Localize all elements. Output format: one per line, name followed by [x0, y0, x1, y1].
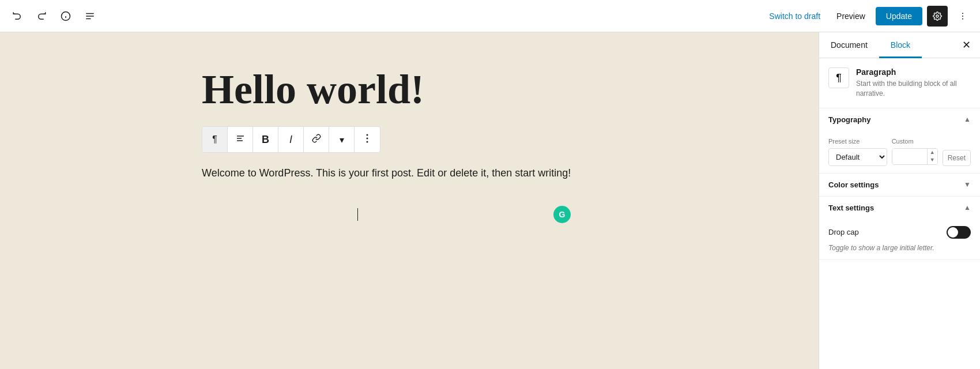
close-sidebar-button[interactable]: ✕ [957, 36, 975, 54]
text-settings-title: Text settings [828, 204, 874, 212]
sidebar-tabs: Document Block ✕ [819, 32, 980, 58]
color-settings-chevron-icon: ▼ [964, 180, 971, 189]
typography-section-header[interactable]: Typography ▲ [819, 108, 980, 131]
preset-col: Preset size Default Small Medium Large E… [828, 138, 887, 166]
main-area: Hello world! ¶ B I [0, 32, 980, 369]
link-icon [312, 134, 321, 145]
undo-button[interactable] [7, 6, 28, 27]
custom-size-input[interactable] [892, 149, 927, 164]
post-body[interactable]: Welcome to WordPress. This is your first… [202, 164, 617, 182]
format-toolbar: ¶ B I ▾ [202, 126, 380, 153]
redo-button[interactable] [31, 6, 52, 27]
preset-size-label: Preset size [828, 138, 887, 145]
color-settings-title: Color settings [828, 180, 879, 189]
reset-typography-button[interactable]: Reset [943, 150, 971, 166]
typography-section-body: Preset size Default Small Medium Large E… [819, 131, 980, 173]
custom-size-control: ▲ ▼ [892, 148, 938, 165]
svg-point-8 [962, 16, 963, 17]
block-info-text: Paragraph Start with the building block … [856, 67, 971, 99]
cursor-area[interactable]: G [202, 191, 617, 238]
drop-cap-hint: Toggle to show a large initial letter. [828, 243, 971, 253]
paragraph-icon: ¶ [212, 134, 217, 145]
drop-cap-row: Drop cap [828, 226, 971, 239]
drop-cap-label: Drop cap [828, 228, 859, 236]
chevron-down-icon: ▾ [340, 134, 344, 145]
typography-chevron-icon: ▲ [964, 115, 971, 123]
typography-title: Typography [828, 115, 870, 124]
text-settings-section: Text settings ▲ Drop cap Toggle to show … [819, 197, 980, 261]
info-button[interactable] [55, 6, 76, 27]
text-cursor [357, 208, 358, 221]
settings-button[interactable] [927, 6, 948, 27]
bold-button[interactable]: B [253, 127, 278, 152]
decrement-button[interactable]: ▼ [928, 156, 937, 164]
editor-content: Hello world! ¶ B I [202, 67, 617, 346]
svg-point-13 [367, 134, 368, 136]
update-button[interactable]: Update [876, 7, 922, 25]
tab-block[interactable]: Block [879, 32, 922, 58]
svg-point-6 [936, 15, 938, 17]
increment-button[interactable]: ▲ [928, 149, 937, 157]
color-settings-section: Color settings ▼ [819, 174, 980, 197]
number-spinners: ▲ ▼ [927, 149, 937, 164]
text-settings-chevron-icon: ▲ [964, 204, 971, 212]
main-toolbar: Switch to draft Preview Update [0, 0, 980, 32]
align-icon [236, 134, 245, 145]
block-type-icon: ¶ [828, 67, 849, 88]
svg-point-9 [962, 18, 963, 19]
italic-button[interactable]: I [278, 127, 304, 152]
block-description: Start with the building block of all nar… [856, 79, 971, 99]
svg-point-7 [962, 13, 963, 14]
toolbar-right: Switch to draft Preview Update [763, 6, 973, 27]
editor-area[interactable]: Hello world! ¶ B I [0, 32, 819, 369]
post-title[interactable]: Hello world! [202, 67, 617, 112]
toolbar-left [7, 6, 100, 27]
text-settings-section-body: Drop cap Toggle to show a large initial … [819, 219, 980, 260]
drop-cap-toggle[interactable] [947, 226, 971, 239]
more-format-button[interactable]: ▾ [329, 127, 355, 152]
paragraph-block-icon: ¶ [836, 72, 842, 84]
list-view-button[interactable] [80, 6, 100, 27]
custom-label: Custom [892, 138, 938, 145]
color-settings-section-header[interactable]: Color settings ▼ [819, 174, 980, 196]
svg-point-15 [367, 141, 368, 143]
preview-button[interactable]: Preview [831, 8, 871, 24]
more-vertical-icon [366, 134, 368, 145]
block-name: Paragraph [856, 67, 971, 77]
switch-to-draft-button[interactable]: Switch to draft [763, 8, 826, 24]
tab-document[interactable]: Document [819, 32, 879, 58]
block-options-button[interactable] [355, 127, 380, 152]
svg-point-14 [367, 138, 368, 140]
align-button[interactable] [228, 127, 253, 152]
custom-col: Custom ▲ ▼ [892, 138, 938, 165]
preset-custom-row: Preset size Default Small Medium Large E… [828, 138, 971, 166]
typography-section: Typography ▲ Preset size Default Small M… [819, 108, 980, 174]
paragraph-format-button[interactable]: ¶ [202, 127, 228, 152]
text-settings-section-header[interactable]: Text settings ▲ [819, 197, 980, 219]
preset-size-select[interactable]: Default Small Medium Large Extra Large [828, 148, 887, 166]
right-sidebar: Document Block ✕ ¶ Paragraph Start with … [819, 32, 980, 369]
grammarly-badge[interactable]: G [553, 206, 571, 223]
block-info: ¶ Paragraph Start with the building bloc… [819, 58, 980, 108]
more-options-button[interactable] [952, 6, 973, 27]
link-button[interactable] [304, 127, 329, 152]
